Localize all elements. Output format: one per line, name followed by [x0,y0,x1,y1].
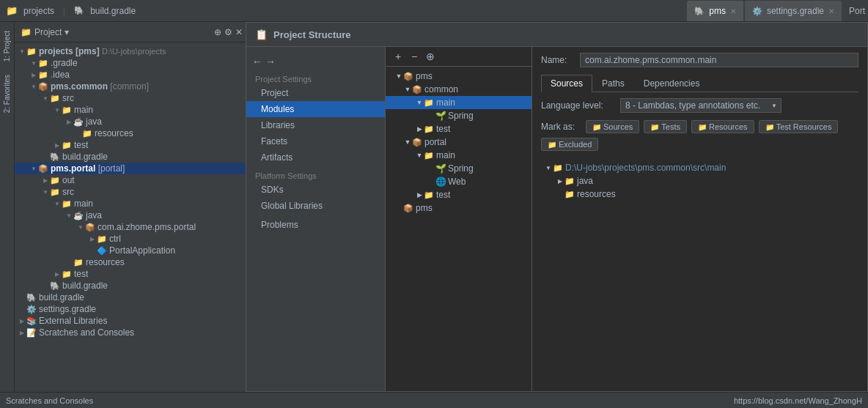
tree-item-portal-ctrl[interactable]: ▶ 📁 ctrl [15,233,249,245]
folder-root-arrow: ▼ [544,165,553,171]
tree-item-portal-java[interactable]: ▼ ☕ java [15,209,249,221]
blog-url: https://blog.csdn.net/Wang_ZhongH [734,396,862,405]
tab-paths[interactable]: Paths [592,75,634,92]
tree-item-idea[interactable]: ▶ 📁 .idea [15,69,249,81]
ext-libs-label: External Libraries [39,316,107,326]
tree-item-common-main[interactable]: ▼ 📁 main [15,104,249,116]
copy-module-btn[interactable]: ⊕ [424,50,437,63]
folder-tree-resources[interactable]: 📁 resources [541,188,858,201]
tab-settings-gradle[interactable]: ⚙️ settings.gradle ✕ [745,1,842,21]
tree-item-common-java[interactable]: ▶ ☕ java [15,116,249,127]
tree-item-root-build[interactable]: 🐘 build.gradle [15,292,249,303]
spring1-label: Spring [448,111,474,121]
tree-item-common-resources[interactable]: 📁 resources [15,127,249,139]
module-item-pms[interactable]: ▼ 📦 pms [386,70,532,83]
name-row: Name: com.ai.zhome.pms.common.main [541,53,858,67]
excluded-btn-label: Excluded [559,140,592,149]
settings-tab-close[interactable]: ✕ [828,7,834,15]
projects-label[interactable]: projects [23,6,54,16]
tree-item-portal-app[interactable]: 🔷 PortalApplication [15,245,249,256]
sync-icon[interactable]: ⊕ [214,27,221,37]
add-module-btn[interactable]: + [391,50,405,63]
port-label: Port [849,6,865,16]
module-item-pms-bottom[interactable]: 📦 pms [386,201,532,215]
nav-item-modules[interactable]: Modules [246,101,385,117]
settings-icon[interactable]: ⚙ [224,27,232,37]
tab-sources[interactable]: Sources [541,75,592,92]
tab-dependencies[interactable]: Dependencies [634,75,710,92]
close-panel-icon[interactable]: ✕ [235,27,243,37]
mark-as-excluded-btn[interactable]: 📁 Excluded [541,138,598,151]
lang-select-wrapper[interactable]: 8 - Lambdas, type annotations etc. [620,98,781,113]
right-tabs: Sources Paths Dependencies [541,75,858,92]
module-item-portal-test[interactable]: ▶ 📁 test [386,188,532,201]
tree-item-scratches[interactable]: ▶ 📝 Scratches and Consoles [15,327,249,338]
nav-forward-arrow[interactable]: → [265,56,276,67]
tree-item-pms-common[interactable]: ▼ 📦 pms.common [common] [15,81,249,92]
arrow-common-java: ▶ [65,119,73,125]
folder-resources-label: resources [577,189,616,199]
folder-tree-java[interactable]: ▶ 📁 java [541,174,858,188]
tab-pms[interactable]: 🐘 pms ✕ [687,1,743,21]
tree-item-portal-src[interactable]: ▼ 📁 src [15,186,249,198]
gradle-label[interactable]: build.gradle [90,6,136,16]
nav-item-global-libraries[interactable]: Global Libraries [246,198,385,214]
nav-item-artifacts[interactable]: Artifacts [246,149,385,166]
nav-item-project[interactable]: Project [246,85,385,101]
mark-as-test-resources-btn[interactable]: 📁 Test Resources [759,120,839,133]
nav-item-problems[interactable]: Problems [246,217,385,233]
module-item-portal-main[interactable]: ▼ 📁 main [386,149,532,162]
dialog-title-bar: 📋 Project Structure [246,23,867,47]
module-item-spring-1[interactable]: 🌱 Spring [386,109,532,122]
tree-item-portal-resources[interactable]: 📁 resources [15,256,249,268]
pms-tab-close[interactable]: ✕ [730,7,736,15]
module-item-common-test[interactable]: ▶ 📁 test [386,122,532,136]
nav-item-facets[interactable]: Facets [246,133,385,149]
sidebar-item-project[interactable]: 1: Project [1,25,12,67]
panel-actions: ⊕ ⚙ ✕ [214,27,243,37]
mark-as-tests-btn[interactable]: 📁 Tests [644,120,687,133]
tree-item-projects[interactable]: ▼ 📁 projects [pms] D:\U-jobs\projects [15,45,249,57]
nav-back-arrow[interactable]: ← [252,56,262,67]
module-item-portal[interactable]: ▼ 📦 portal [386,136,532,149]
scratches-label: Scratches and Consoles [39,327,134,338]
sidebar-item-favorites[interactable]: 2: Favorites [1,69,12,119]
tree-item-pms-portal[interactable]: ▼ 📦 pms.portal [portal] [15,163,249,174]
tree-item-common-test[interactable]: ▶ 📁 test [15,139,249,151]
tree-item-portal-build[interactable]: 🐘 build.gradle [15,280,249,292]
arrow-common-test: ▶ [53,142,62,149]
common-main-icon: 📁 [62,105,72,115]
tree-item-gradle[interactable]: ▼ 📁 .gradle [15,57,249,69]
folder-tree-root[interactable]: ▼ 📁 D:\U-jobs\projects\pms.common\src\ma… [541,161,858,174]
portal-main-mod-label: main [436,150,455,160]
module-item-common-main[interactable]: ▼ 📁 main [386,96,532,109]
portal-out-icon: 📁 [50,175,60,185]
panel-title: 📁 Project ▾ [21,27,69,37]
tree-item-ext-libs[interactable]: ▶ 📚 External Libraries [15,315,249,327]
tree-item-portal-out[interactable]: ▶ 📁 out [15,174,249,186]
module-item-spring-2[interactable]: 🌱 Spring [386,162,532,175]
common-arrow: ▼ [403,86,412,93]
panel-header: 📁 Project ▾ ⊕ ⚙ ✕ [15,22,249,42]
common-java-label: java [86,116,102,127]
nav-item-sdks[interactable]: SDKs [246,182,385,198]
tree-item-common-src[interactable]: ▼ 📁 src [15,92,249,104]
scratches-bottom-label[interactable]: Scratches and Consoles [6,396,93,405]
tree-item-portal-test[interactable]: ▶ 📁 test [15,268,249,280]
spring2-icon: 🌱 [435,163,446,174]
portal-main-label: main [74,199,93,209]
module-item-common[interactable]: ▼ 📦 common [386,83,532,96]
module-item-web[interactable]: 🌐 Web [386,175,532,188]
tree-item-portal-main[interactable]: ▼ 📁 main [15,198,249,209]
lang-level-select[interactable]: 8 - Lambdas, type annotations etc. [620,98,781,113]
settings-tab-icon: ⚙️ [752,7,762,16]
portal-resources-icon: 📁 [73,257,84,267]
dialog-body: ← → Project Settings Project Modules Lib… [246,47,867,391]
tree-item-common-build[interactable]: 🐘 build.gradle [15,151,249,163]
mark-as-resources-btn[interactable]: 📁 Resources [691,120,754,133]
tree-item-root-settings[interactable]: ⚙️ settings.gradle [15,303,249,315]
nav-item-libraries[interactable]: Libraries [246,117,385,133]
mark-as-sources-btn[interactable]: 📁 Sources [586,120,639,133]
tree-item-portal-pkg[interactable]: ▼ 📦 com.ai.zhome.pms.portal [15,221,249,233]
remove-module-btn[interactable]: − [408,50,421,63]
